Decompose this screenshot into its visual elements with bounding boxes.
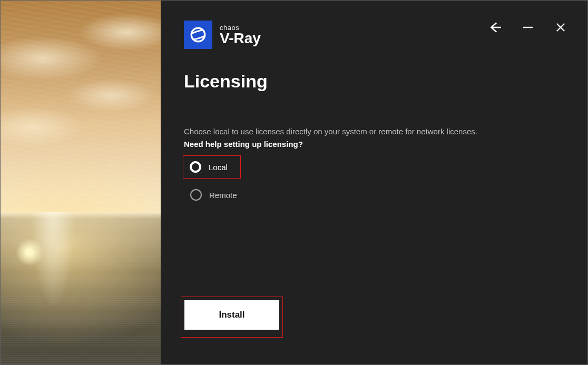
minimize-icon xyxy=(522,21,534,34)
installer-window: chaos V-Ray Licensing Choose local to us… xyxy=(0,0,588,365)
close-icon xyxy=(555,22,566,33)
hero-image xyxy=(1,1,161,364)
close-button[interactable] xyxy=(552,18,570,36)
arrow-left-icon xyxy=(488,21,502,34)
content-panel: chaos V-Ray Licensing Choose local to us… xyxy=(161,1,587,364)
page-subtitle: Choose local to use licenses directly on… xyxy=(184,127,477,136)
option-local-label: Local xyxy=(209,163,228,172)
install-highlight: Install xyxy=(181,297,283,338)
window-controls xyxy=(486,18,570,36)
logo-badge xyxy=(184,21,212,49)
logo-text: chaos V-Ray xyxy=(220,24,261,46)
minimize-button[interactable] xyxy=(519,18,537,36)
brand-large: V-Ray xyxy=(220,31,261,46)
option-remote-label: Remote xyxy=(209,191,237,200)
option-local[interactable]: Local xyxy=(183,155,241,179)
back-button[interactable] xyxy=(486,18,504,36)
radio-unselected-icon xyxy=(190,189,202,201)
radio-selected-icon xyxy=(190,161,201,173)
help-link[interactable]: Need help setting up licensing? xyxy=(184,140,303,149)
install-button[interactable]: Install xyxy=(184,300,279,330)
page-title: Licensing xyxy=(184,71,268,92)
option-remote[interactable]: Remote xyxy=(190,189,237,201)
vray-sphere-icon xyxy=(189,25,208,44)
brand-small: chaos xyxy=(220,24,261,31)
product-logo: chaos V-Ray xyxy=(184,21,261,49)
